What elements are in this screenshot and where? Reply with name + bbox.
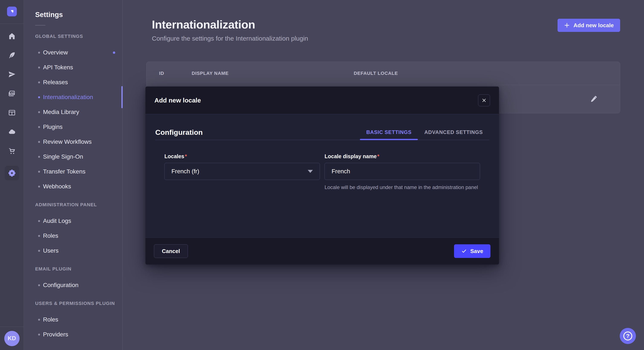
- sidebar-item-api-tokens[interactable]: API Tokens: [24, 60, 122, 75]
- locales-label: Locales*: [164, 153, 320, 160]
- rail-nav: [5, 32, 19, 180]
- sidebar-item-users[interactable]: Users: [24, 243, 122, 258]
- sidebar-item-label: Single Sign-On: [43, 153, 83, 160]
- page-header: Internationalization Configure the setti…: [123, 0, 644, 42]
- modal-title: Add new locale: [154, 97, 201, 104]
- sidebar-item-label: Webhooks: [43, 183, 71, 190]
- tab-advanced-settings[interactable]: ADVANCED SETTINGS: [418, 125, 489, 140]
- media-library-icon[interactable]: [8, 89, 16, 98]
- display-name-input[interactable]: [324, 163, 480, 180]
- cloud-icon[interactable]: [8, 128, 16, 136]
- notification-dot: [113, 51, 115, 54]
- bullet-icon: [38, 52, 40, 54]
- sidebar-item-label: Roles: [43, 316, 58, 323]
- modal-footer: Cancel Save: [146, 237, 499, 265]
- sidebar-item-audit-logs[interactable]: Audit Logs: [24, 213, 122, 228]
- close-button[interactable]: [478, 94, 490, 106]
- table-header-row: ID DISPLAY NAME DEFAULT LOCALE: [146, 62, 620, 85]
- strapi-logo[interactable]: [7, 6, 17, 16]
- bullet-icon: [38, 67, 40, 68]
- section-global-settings: GLOBAL SETTINGS Overview API Tokens Rele…: [24, 33, 122, 194]
- sidebar-item-review-workflows[interactable]: Review Workflows: [24, 134, 122, 149]
- marketplace-cart-icon[interactable]: [8, 147, 16, 155]
- bullet-icon: [38, 186, 40, 187]
- bullet-icon: [38, 171, 40, 173]
- sidebar-item-label: Audit Logs: [43, 217, 71, 224]
- sidebar-item-label: Internationalization: [43, 94, 93, 101]
- section-email-plugin: EMAIL PLUGIN Configuration: [24, 266, 122, 293]
- sidebar-item-overview[interactable]: Overview: [24, 45, 122, 60]
- section-heading: GLOBAL SETTINGS: [24, 33, 122, 39]
- feather-icon[interactable]: [8, 51, 16, 59]
- column-header-default-locale: DEFAULT LOCALE: [354, 71, 398, 76]
- sidebar-item-providers[interactable]: Providers: [24, 327, 122, 342]
- chevron-down-icon: [308, 170, 313, 173]
- sidebar-item-label: Configuration: [43, 282, 78, 289]
- add-new-locale-button[interactable]: Add new locale: [558, 19, 620, 32]
- icon-rail: KD: [0, 0, 24, 350]
- bullet-icon: [38, 81, 40, 83]
- sidebar-item-up-roles[interactable]: Roles: [24, 312, 122, 327]
- user-avatar[interactable]: KD: [4, 331, 20, 346]
- locales-field-group: Locales* French (fr): [164, 153, 320, 191]
- sidebar-item-internationalization[interactable]: Internationalization: [24, 90, 122, 105]
- sidebar-item-webhooks[interactable]: Webhooks: [24, 179, 122, 194]
- bullet-icon: [38, 284, 40, 286]
- sidebar-item-single-sign-on[interactable]: Single Sign-On: [24, 149, 122, 164]
- locales-select[interactable]: French (fr): [164, 163, 320, 180]
- sidebar-item-label: API Tokens: [43, 64, 73, 71]
- section-heading: USERS & PERMISSIONS PLUGIN: [24, 300, 122, 307]
- help-button[interactable]: ?: [620, 328, 636, 344]
- bullet-icon: [38, 96, 40, 98]
- check-icon: [461, 248, 467, 254]
- bullet-icon: [38, 141, 40, 143]
- sidebar-item-email-configuration[interactable]: Configuration: [24, 278, 122, 293]
- rail-footer: KD: [0, 327, 24, 350]
- bullet-icon: [38, 334, 40, 336]
- section-users-permissions-plugin: USERS & PERMISSIONS PLUGIN Roles Provide…: [24, 300, 122, 342]
- paper-plane-icon[interactable]: [8, 70, 16, 79]
- save-button-label: Save: [470, 248, 483, 255]
- required-asterisk: *: [185, 153, 187, 159]
- sidebar-item-releases[interactable]: Releases: [24, 75, 122, 90]
- sidebar-item-label: Review Workflows: [43, 138, 92, 145]
- column-header-display-name: DISPLAY NAME: [192, 71, 354, 76]
- modal-body: Configuration BASIC SETTINGS ADVANCED SE…: [146, 125, 499, 248]
- cancel-button[interactable]: Cancel: [154, 244, 188, 258]
- sidebar-title-rule: [35, 25, 45, 25]
- sidebar-item-admin-roles[interactable]: Roles: [24, 228, 122, 243]
- locale-form: Locales* French (fr) Locale display name…: [155, 153, 489, 191]
- section-heading: ADMINISTRATION PANEL: [24, 201, 122, 208]
- section-administration-panel: ADMINISTRATION PANEL Audit Logs Roles Us…: [24, 201, 122, 258]
- settings-sidebar: Settings GLOBAL SETTINGS Overview API To…: [24, 0, 123, 350]
- strapi-logo-icon: [9, 9, 15, 14]
- sidebar-item-label: Releases: [43, 79, 68, 86]
- configuration-heading: Configuration: [155, 128, 203, 137]
- sidebar-item-media-library[interactable]: Media Library: [24, 105, 122, 120]
- display-name-label: Locale display name*: [324, 153, 480, 160]
- bullet-icon: [38, 156, 40, 158]
- bullet-icon: [38, 235, 40, 237]
- bullet-icon: [38, 111, 40, 113]
- sidebar-item-plugins[interactable]: Plugins: [24, 120, 122, 134]
- settings-gear-icon[interactable]: [5, 166, 19, 180]
- layout-icon[interactable]: [8, 108, 16, 117]
- bullet-icon: [38, 319, 40, 321]
- required-asterisk: *: [377, 153, 380, 159]
- question-circle-icon: ?: [623, 332, 632, 341]
- plus-icon: [564, 22, 570, 28]
- display-name-field-group: Locale display name* Locale will be disp…: [324, 153, 480, 191]
- settings-tabs: BASIC SETTINGS ADVANCED SETTINGS: [360, 125, 489, 140]
- locales-label-text: Locales: [164, 153, 184, 159]
- close-icon: [482, 98, 486, 103]
- bullet-icon: [38, 250, 40, 252]
- edit-pencil-icon[interactable]: [590, 95, 597, 103]
- sidebar-item-label: Media Library: [43, 109, 79, 116]
- home-icon[interactable]: [8, 32, 16, 40]
- display-name-label-text: Locale display name: [324, 153, 377, 159]
- sidebar-item-label: Roles: [43, 232, 58, 239]
- save-button[interactable]: Save: [454, 244, 490, 258]
- tab-basic-settings[interactable]: BASIC SETTINGS: [360, 125, 418, 140]
- sidebar-title: Settings: [24, 11, 122, 19]
- sidebar-item-transfer-tokens[interactable]: Transfer Tokens: [24, 164, 122, 179]
